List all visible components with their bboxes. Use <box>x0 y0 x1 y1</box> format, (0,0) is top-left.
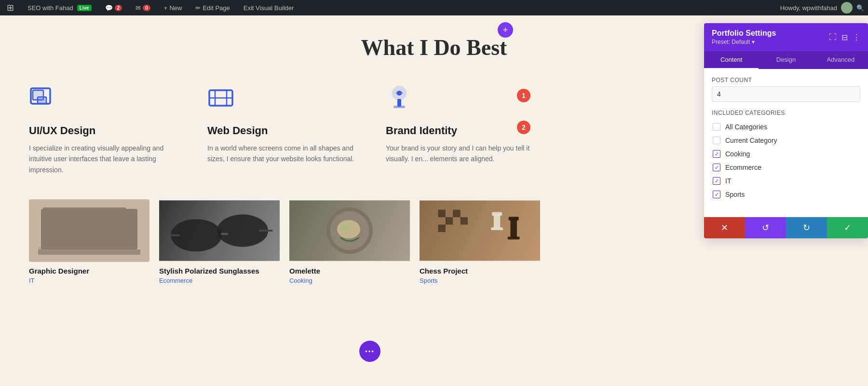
portfolio-category-1[interactable]: Ecommerce <box>159 277 280 284</box>
columns-icon[interactable]: ⊟ <box>841 33 848 42</box>
webdesign-icon <box>207 84 357 117</box>
svg-rect-19 <box>38 247 131 251</box>
messages-link[interactable]: ✉ 0 <box>133 0 153 15</box>
save-button[interactable]: ✓ <box>827 217 868 238</box>
edit-page-link[interactable]: ✏ Edit Page <box>192 0 232 15</box>
redo-button[interactable]: ↻ <box>786 217 827 238</box>
dots-icon: ••• <box>365 348 375 355</box>
post-count-group: Post Count <box>712 77 860 102</box>
step-badge-2: 2 <box>517 121 530 134</box>
service-item-webdesign: Web Design In a world where screens come… <box>207 84 357 175</box>
brand-icon <box>386 84 535 117</box>
svg-rect-37 <box>461 217 468 224</box>
category-name-current: Current Category <box>725 137 777 144</box>
svg-rect-16 <box>50 212 92 240</box>
settings-panel: Portfolio Settings Preset: Default ▾ ⛶ ⊟… <box>704 23 868 238</box>
pencil-icon: ✏ <box>195 4 201 12</box>
svg-rect-18 <box>96 228 119 237</box>
svg-rect-42 <box>510 219 516 237</box>
category-list: All Categories Current Category Cooking … <box>712 120 860 201</box>
portfolio-title-0: Graphic Designer <box>29 267 149 275</box>
svg-rect-17 <box>96 215 119 226</box>
category-item-all[interactable]: All Categories <box>712 120 860 134</box>
category-name-ecommerce: Ecommerce <box>725 164 761 171</box>
svg-rect-25 <box>171 234 180 236</box>
included-categories-label: Included Categories <box>712 110 860 116</box>
svg-rect-40 <box>492 212 502 216</box>
edit-page-label: Edit Page <box>203 4 230 12</box>
service-title-brand: Brand Identity <box>386 124 535 137</box>
svg-point-31 <box>337 220 360 238</box>
user-greeting: Howdy, wpwithfahad <box>780 4 837 12</box>
category-name-it: IT <box>725 177 731 185</box>
undo-button[interactable]: ↺ <box>745 217 786 238</box>
comments-link[interactable]: 💬 2 <box>102 0 125 15</box>
new-button[interactable]: + New <box>161 0 185 15</box>
portfolio-title-3: Chess Project <box>420 267 540 275</box>
portfolio-image-food <box>289 199 410 262</box>
save-icon: ✓ <box>844 222 851 233</box>
category-item-cooking[interactable]: Cooking <box>712 147 860 161</box>
cancel-button[interactable]: ✕ <box>704 217 745 238</box>
category-item-it[interactable]: IT <box>712 174 860 188</box>
panel-title: Portfolio Settings <box>712 29 776 38</box>
step-badge-1: 1 <box>517 89 530 102</box>
category-check-sports <box>713 191 720 198</box>
svg-rect-14 <box>43 207 126 247</box>
service-item-brand: Brand Identity Your brand is your story … <box>386 84 535 175</box>
redo-icon: ↻ <box>803 222 810 233</box>
portfolio-item-0: Graphic Designer IT <box>29 199 149 284</box>
svg-rect-24 <box>221 233 228 235</box>
live-badge: Live <box>77 5 92 11</box>
svg-rect-38 <box>438 225 445 232</box>
avatar[interactable] <box>841 2 853 14</box>
service-title-webdesign: Web Design <box>207 124 357 137</box>
floating-dots-menu[interactable]: ••• <box>359 341 380 362</box>
svg-rect-39 <box>494 215 500 229</box>
service-item-uiux: UI/UX Design I specialize in creating vi… <box>29 84 178 175</box>
comment-icon: 💬 <box>105 4 113 12</box>
main-content: What I Do Best UI/UX Design I specialize… <box>0 15 868 386</box>
portfolio-title-1: Stylish Polarized Sunglasses <box>159 267 280 275</box>
category-item-current[interactable]: Current Category <box>712 134 860 147</box>
tab-content[interactable]: Content <box>704 51 759 69</box>
included-categories-group: Included Categories All Categories Curre… <box>712 110 860 201</box>
svg-rect-26 <box>259 230 273 232</box>
service-title-uiux: UI/UX Design <box>29 124 178 137</box>
wp-logo[interactable]: ⊞ <box>4 0 17 15</box>
category-check-current <box>713 137 720 144</box>
category-check-it <box>713 177 720 185</box>
svg-rect-43 <box>509 217 519 221</box>
panel-header: Portfolio Settings Preset: Default ▾ ⛶ ⊟… <box>704 23 868 51</box>
portfolio-category-0[interactable]: IT <box>29 277 149 284</box>
service-desc-webdesign: In a world where screens come in all sha… <box>207 143 357 165</box>
category-check-all <box>713 123 720 131</box>
tab-advanced[interactable]: Advanced <box>814 51 868 69</box>
portfolio-category-2[interactable]: Cooking <box>289 277 410 284</box>
portfolio-grid: Graphic Designer IT <box>29 199 540 284</box>
tab-design[interactable]: Design <box>759 51 813 69</box>
undo-icon: ↺ <box>762 222 769 233</box>
floating-add-button[interactable]: + <box>498 22 513 38</box>
portfolio-item-3: Chess Project Sports <box>420 199 540 284</box>
search-icon[interactable]: 🔍 <box>856 4 864 12</box>
fullscreen-icon[interactable]: ⛶ <box>829 33 837 41</box>
services-grid: UI/UX Design I specialize in creating vi… <box>29 84 535 175</box>
svg-point-10 <box>397 91 402 96</box>
portfolio-category-3[interactable]: Sports <box>420 277 540 284</box>
category-item-ecommerce[interactable]: Ecommerce <box>712 161 860 174</box>
exit-label: Exit Visual Builder <box>244 4 294 12</box>
comment-count: 2 <box>115 5 122 11</box>
site-name[interactable]: SEO with Fahad Live <box>25 0 95 15</box>
portfolio-image-sunglasses <box>159 199 280 262</box>
category-item-sports[interactable]: Sports <box>712 188 860 201</box>
post-count-input[interactable] <box>712 86 860 102</box>
panel-header-icons: ⛶ ⊟ ⋮ <box>829 33 860 42</box>
svg-rect-15 <box>45 210 124 245</box>
new-label: New <box>169 4 182 12</box>
svg-rect-44 <box>508 237 520 240</box>
portfolio-item-1: Stylish Polarized Sunglasses Ecommerce <box>159 199 280 284</box>
exit-builder-link[interactable]: Exit Visual Builder <box>241 0 297 15</box>
more-icon[interactable]: ⋮ <box>853 33 860 42</box>
panel-preset[interactable]: Preset: Default ▾ <box>712 39 776 45</box>
